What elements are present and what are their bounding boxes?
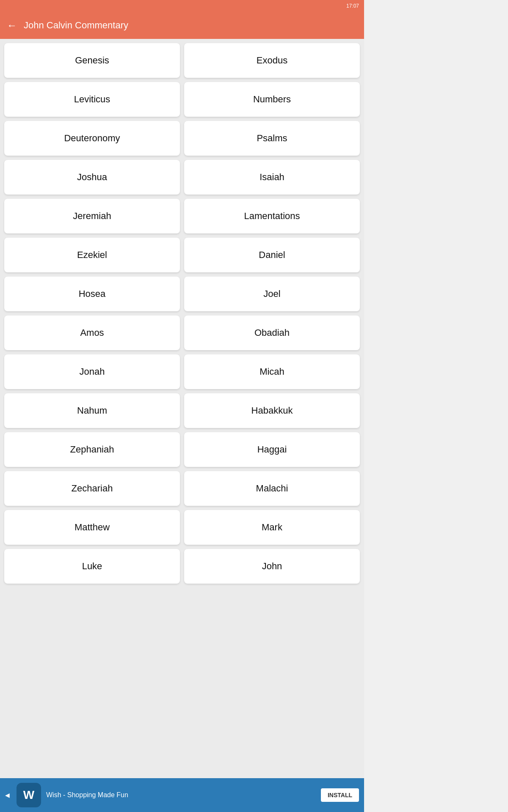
book-button-mark[interactable]: Mark xyxy=(184,510,360,545)
book-button-zephaniah[interactable]: Zephaniah xyxy=(4,432,180,467)
ad-arrow-icon: ◀ xyxy=(5,792,10,798)
book-button-zechariah[interactable]: Zechariah xyxy=(4,471,180,506)
status-text: 17:07 xyxy=(346,3,359,9)
book-button-exodus[interactable]: Exodus xyxy=(184,43,360,78)
book-button-luke[interactable]: Luke xyxy=(4,549,180,584)
back-button[interactable]: ← xyxy=(7,19,17,31)
book-button-leviticus[interactable]: Leviticus xyxy=(4,82,180,117)
book-button-obadiah[interactable]: Obadiah xyxy=(184,315,360,350)
ad-text: Wish - Shopping Made Fun xyxy=(46,791,316,799)
ad-banner: ◀ W Wish - Shopping Made Fun INSTALL xyxy=(0,778,364,812)
book-button-nahum[interactable]: Nahum xyxy=(4,393,180,428)
app-bar: ← John Calvin Commentary xyxy=(0,12,364,39)
book-button-micah[interactable]: Micah xyxy=(184,354,360,389)
book-button-jonah[interactable]: Jonah xyxy=(4,354,180,389)
books-grid: GenesisExodusLeviticusNumbersDeuteronomy… xyxy=(4,43,360,584)
book-button-haggai[interactable]: Haggai xyxy=(184,432,360,467)
book-button-numbers[interactable]: Numbers xyxy=(184,82,360,117)
book-button-deuteronomy[interactable]: Deuteronomy xyxy=(4,121,180,156)
book-button-john[interactable]: John xyxy=(184,549,360,584)
book-button-isaiah[interactable]: Isaiah xyxy=(184,160,360,195)
book-button-malachi[interactable]: Malachi xyxy=(184,471,360,506)
install-button[interactable]: INSTALL xyxy=(321,788,359,802)
book-button-ezekiel[interactable]: Ezekiel xyxy=(4,238,180,272)
status-bar: 17:07 xyxy=(0,0,364,12)
app-title: John Calvin Commentary xyxy=(24,20,128,31)
book-button-jeremiah[interactable]: Jeremiah xyxy=(4,199,180,233)
book-button-lamentations[interactable]: Lamentations xyxy=(184,199,360,233)
book-button-matthew[interactable]: Matthew xyxy=(4,510,180,545)
wish-icon: W xyxy=(17,783,41,807)
book-button-daniel[interactable]: Daniel xyxy=(184,238,360,272)
book-button-joel[interactable]: Joel xyxy=(184,277,360,311)
book-button-psalms[interactable]: Psalms xyxy=(184,121,360,156)
book-button-amos[interactable]: Amos xyxy=(4,315,180,350)
book-button-hosea[interactable]: Hosea xyxy=(4,277,180,311)
book-button-joshua[interactable]: Joshua xyxy=(4,160,180,195)
book-button-genesis[interactable]: Genesis xyxy=(4,43,180,78)
book-button-habakkuk[interactable]: Habakkuk xyxy=(184,393,360,428)
main-content: GenesisExodusLeviticusNumbersDeuteronomy… xyxy=(0,39,364,778)
